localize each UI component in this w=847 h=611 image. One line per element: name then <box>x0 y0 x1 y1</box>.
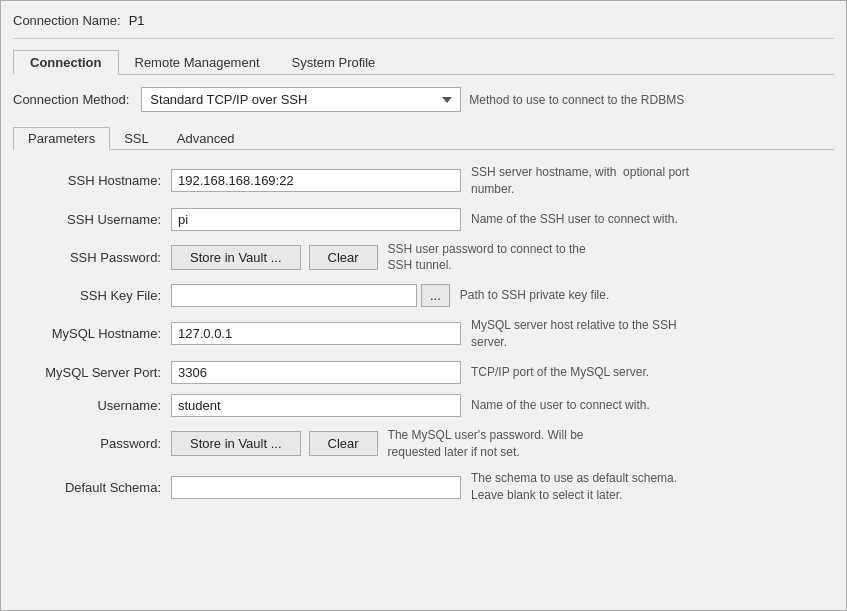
ssh-hostname-label: SSH Hostname: <box>21 173 161 188</box>
default-schema-input[interactable] <box>171 476 461 499</box>
mysql-server-port-hint: TCP/IP port of the MySQL server. <box>471 364 649 381</box>
mysql-hostname-row: MySQL Hostname: MySQL server host relati… <box>21 317 826 351</box>
ssh-store-in-vault-button[interactable]: Store in Vault ... <box>171 245 301 270</box>
username-input[interactable] <box>171 394 461 417</box>
tab-remote-management[interactable]: Remote Management <box>119 50 276 75</box>
username-row: Username: Name of the user to connect wi… <box>21 394 826 417</box>
ssh-username-label: SSH Username: <box>21 212 161 227</box>
ssh-key-file-controls: ... <box>171 284 450 307</box>
inner-tabs: Parameters SSL Advanced <box>13 126 834 150</box>
connection-method-row: Connection Method: Standard TCP/IP over … <box>13 87 834 112</box>
username-label: Username: <box>21 398 161 413</box>
ssh-username-input[interactable] <box>171 208 461 231</box>
ssh-hostname-input[interactable] <box>171 169 461 192</box>
mysql-hostname-input[interactable] <box>171 322 461 345</box>
connection-name-input[interactable] <box>129 13 834 28</box>
tab-system-profile[interactable]: System Profile <box>276 50 392 75</box>
tab-connection[interactable]: Connection <box>13 50 119 75</box>
default-schema-label: Default Schema: <box>21 480 161 495</box>
tab-advanced[interactable]: Advanced <box>163 127 249 150</box>
connection-name-label: Connection Name: <box>13 13 121 28</box>
tab-ssl[interactable]: SSL <box>110 127 163 150</box>
connection-method-select[interactable]: Standard TCP/IP over SSH Standard (TCP/I… <box>141 87 461 112</box>
connection-method-label: Connection Method: <box>13 92 129 107</box>
ssh-password-row: SSH Password: Store in Vault ... Clear S… <box>21 241 826 275</box>
form-area: SSH Hostname: SSH server hostname, with … <box>13 164 834 504</box>
ssh-hostname-row: SSH Hostname: SSH server hostname, with … <box>21 164 826 198</box>
mysql-server-port-label: MySQL Server Port: <box>21 365 161 380</box>
mysql-server-port-input[interactable] <box>171 361 461 384</box>
ssh-clear-button[interactable]: Clear <box>309 245 378 270</box>
default-schema-row: Default Schema: The schema to use as def… <box>21 470 826 504</box>
ssh-password-buttons: Store in Vault ... Clear <box>171 245 378 270</box>
ssh-username-row: SSH Username: Name of the SSH user to co… <box>21 208 826 231</box>
tab-parameters[interactable]: Parameters <box>13 127 110 150</box>
ssh-key-file-input[interactable] <box>171 284 417 307</box>
password-label: Password: <box>21 436 161 451</box>
ssh-password-label: SSH Password: <box>21 250 161 265</box>
username-hint: Name of the user to connect with. <box>471 397 650 414</box>
password-clear-button[interactable]: Clear <box>309 431 378 456</box>
ssh-key-file-label: SSH Key File: <box>21 288 161 303</box>
mysql-server-port-row: MySQL Server Port: TCP/IP port of the My… <box>21 361 826 384</box>
ssh-username-hint: Name of the SSH user to connect with. <box>471 211 678 228</box>
ssh-key-file-browse-button[interactable]: ... <box>421 284 450 307</box>
password-buttons: Store in Vault ... Clear <box>171 431 378 456</box>
ssh-password-hint: SSH user password to connect to the SSH … <box>388 241 608 275</box>
ssh-hostname-hint: SSH server hostname, with optional port … <box>471 164 691 198</box>
password-row: Password: Store in Vault ... Clear The M… <box>21 427 826 461</box>
ssh-key-file-row: SSH Key File: ... Path to SSH private ke… <box>21 284 826 307</box>
mysql-hostname-hint: MySQL server host relative to the SSH se… <box>471 317 691 351</box>
ssh-key-file-hint: Path to SSH private key file. <box>460 287 609 304</box>
password-store-in-vault-button[interactable]: Store in Vault ... <box>171 431 301 456</box>
top-tabs: Connection Remote Management System Prof… <box>13 49 834 75</box>
main-container: Connection Name: Connection Remote Manag… <box>0 0 847 611</box>
connection-method-hint: Method to use to connect to the RDBMS <box>469 93 684 107</box>
default-schema-hint: The schema to use as default schema. Lea… <box>471 470 691 504</box>
password-hint: The MySQL user's password. Will be reque… <box>388 427 608 461</box>
mysql-hostname-label: MySQL Hostname: <box>21 326 161 341</box>
connection-name-row: Connection Name: <box>13 13 834 39</box>
